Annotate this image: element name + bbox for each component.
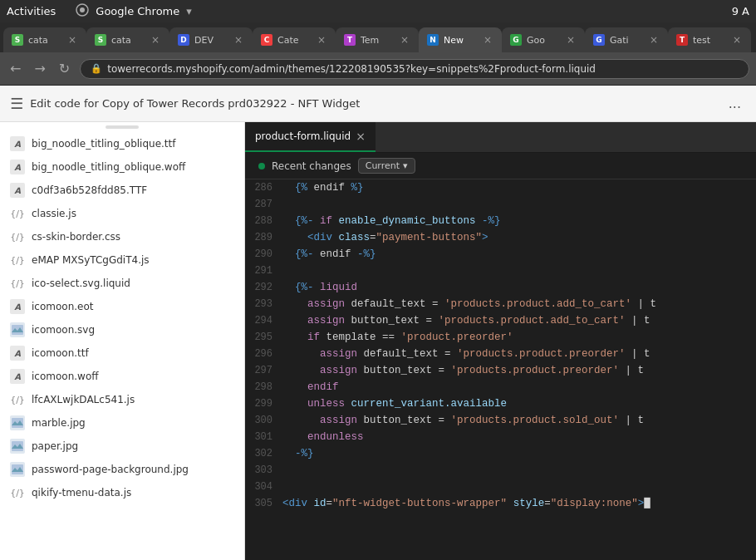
- file-list-item[interactable]: password-page-background.jpg: [0, 458, 244, 481]
- code-line: 300 assign button_text = 'products.produ…: [245, 412, 756, 429]
- line-number: 294: [245, 312, 282, 329]
- address-bar: ← → ↻ 🔒 towerrecords.myshopify.com/admin…: [0, 52, 756, 86]
- file-list-item[interactable]: {/}lfcAXLwjkDALc541.js: [0, 388, 244, 411]
- file-name-label: eMAP MXSyTCgGdiT4.js: [32, 254, 150, 266]
- editor-more-button[interactable]: ...: [724, 94, 746, 113]
- code-line: 298 endif: [245, 379, 756, 395]
- tab-favicon-8: G: [593, 34, 605, 46]
- file-list-item[interactable]: Abig_noodle_titling_oblique.ttf: [0, 132, 244, 155]
- line-number: 287: [245, 196, 282, 213]
- tab-close-6[interactable]: ×: [482, 32, 493, 47]
- file-list-item[interactable]: icomoon.svg: [0, 318, 244, 341]
- code-line: 291: [245, 263, 756, 279]
- forward-button[interactable]: →: [31, 57, 48, 80]
- tab-title-3: DEV: [194, 35, 228, 46]
- line-code: -%}: [282, 445, 756, 462]
- reload-button[interactable]: ↻: [56, 57, 73, 80]
- tab-favicon-1: S: [12, 34, 23, 46]
- recent-changes-bar: Recent changes Current ▾: [245, 153, 756, 179]
- line-number: 293: [245, 296, 282, 312]
- line-number: 303: [245, 462, 282, 479]
- file-list-item[interactable]: Abig_noodle_titling_oblique.woff: [0, 155, 244, 179]
- tab-title-9: test: [693, 35, 726, 46]
- line-code: assign button_text = 'products.product.s…: [282, 412, 756, 429]
- file-list-item[interactable]: {/}classie.js: [0, 202, 244, 225]
- line-number: 292: [245, 279, 282, 296]
- browser-tab-goo[interactable]: G Goo ×: [502, 27, 585, 52]
- svg-point-1: [80, 7, 85, 12]
- code-line: 286 {% endif %}: [245, 179, 756, 196]
- file-list-item[interactable]: {/}qikify-tmenu-data.js: [0, 481, 244, 504]
- tab-close-5[interactable]: ×: [399, 32, 410, 47]
- browser-tab-test[interactable]: T test ×: [668, 27, 751, 52]
- browser-dropdown-icon[interactable]: ▾: [186, 5, 192, 17]
- current-button[interactable]: Current ▾: [358, 158, 415, 174]
- browser-tab-dev[interactable]: D DEV ×: [169, 27, 253, 52]
- code-line: 290 {%- endif -%}: [245, 246, 756, 263]
- tab-close-2[interactable]: ×: [150, 32, 161, 47]
- file-icon: {/}: [10, 485, 25, 500]
- line-code: [282, 263, 756, 279]
- file-tab-name: product-form.liquid: [255, 130, 351, 142]
- tab-favicon-9: T: [676, 34, 688, 46]
- sidebar-toggle-button[interactable]: ☰: [10, 95, 23, 112]
- tab-favicon-5: T: [344, 34, 356, 46]
- tab-close-3[interactable]: ×: [233, 32, 244, 47]
- recent-changes-label: Recent changes: [272, 160, 351, 172]
- line-code: endif: [282, 379, 756, 395]
- line-code: assign default_text = 'products.product.…: [282, 346, 756, 362]
- scroll-indicator: [106, 125, 139, 129]
- code-line: 294 assign button_text = 'products.produ…: [245, 312, 756, 329]
- code-line: 293 assign default_text = 'products.prod…: [245, 296, 756, 312]
- file-list-item[interactable]: Aicomoon.ttf: [0, 341, 244, 365]
- tab-close-8[interactable]: ×: [648, 32, 660, 47]
- activities-label[interactable]: Activities: [7, 5, 56, 17]
- tab-favicon-6: N: [427, 34, 439, 46]
- file-icon: A: [10, 160, 25, 174]
- file-list-item[interactable]: Aicomoon.woff: [0, 365, 244, 388]
- browser-tab-new[interactable]: N New ×: [419, 27, 502, 52]
- line-number: 296: [245, 346, 282, 362]
- file-sidebar: Abig_noodle_titling_oblique.ttfAbig_nood…: [0, 122, 245, 560]
- file-name-label: qikify-tmenu-data.js: [32, 487, 131, 499]
- file-list-item[interactable]: {/}ico-select.svg.liquid: [0, 272, 244, 295]
- file-name-label: cs-skin-border.css: [32, 231, 120, 243]
- editor-title-text: Edit code for Copy of Tower Records prd0…: [30, 97, 717, 110]
- line-code: [282, 462, 756, 479]
- file-list-item[interactable]: {/}eMAP MXSyTCgGdiT4.js: [0, 248, 244, 272]
- code-line: 299 unless current_variant.available: [245, 395, 756, 412]
- tab-title-8: Gati: [610, 35, 643, 46]
- file-list-item[interactable]: Aicomoon.eot: [0, 295, 244, 318]
- file-list-item[interactable]: {/}cs-skin-border.css: [0, 225, 244, 248]
- line-number: 305: [245, 495, 282, 512]
- browser-tab-tem[interactable]: T Tem ×: [336, 27, 419, 52]
- tab-close-1[interactable]: ×: [66, 32, 78, 47]
- file-list-item[interactable]: marble.jpg: [0, 411, 244, 435]
- back-button[interactable]: ←: [7, 57, 24, 80]
- os-bar: Activities Google Chrome ▾ 9 A: [0, 0, 756, 22]
- file-name-label: classie.js: [32, 208, 76, 219]
- file-name-label: c0df3a6b528fdd85.TTF: [32, 184, 147, 196]
- browser-tab-gati[interactable]: G Gati ×: [585, 27, 668, 52]
- tab-close-7[interactable]: ×: [565, 32, 577, 47]
- browser-tab-cata2[interactable]: S cata ×: [86, 27, 169, 52]
- tab-close-4[interactable]: ×: [316, 32, 327, 47]
- file-list-item[interactable]: paper.jpg: [0, 435, 244, 458]
- tab-favicon-3: D: [178, 34, 189, 46]
- code-content[interactable]: 286 {% endif %}287 288 {%- if enable_dyn…: [245, 179, 756, 560]
- line-code: {%- liquid: [282, 279, 756, 296]
- file-list-item[interactable]: Ac0df3a6b528fdd85.TTF: [0, 179, 244, 202]
- file-icon: {/}: [10, 206, 25, 221]
- code-line: 301 endunless: [245, 429, 756, 445]
- tab-close-9[interactable]: ×: [731, 32, 743, 47]
- browser-tab-cata1[interactable]: S cata ×: [3, 27, 86, 52]
- file-name-label: password-page-background.jpg: [32, 464, 189, 475]
- browser-tab-cate[interactable]: C Cate ×: [253, 27, 336, 52]
- line-number: 298: [245, 379, 282, 395]
- file-tab-product-form[interactable]: product-form.liquid ×: [245, 122, 376, 152]
- editor-header: ☰ Edit code for Copy of Tower Records pr…: [0, 86, 756, 122]
- file-name-label: icomoon.eot: [32, 301, 94, 312]
- file-list: Abig_noodle_titling_oblique.ttfAbig_nood…: [0, 132, 244, 504]
- url-bar[interactable]: 🔒 towerrecords.myshopify.com/admin/theme…: [80, 59, 749, 79]
- file-tab-close[interactable]: ×: [356, 130, 366, 143]
